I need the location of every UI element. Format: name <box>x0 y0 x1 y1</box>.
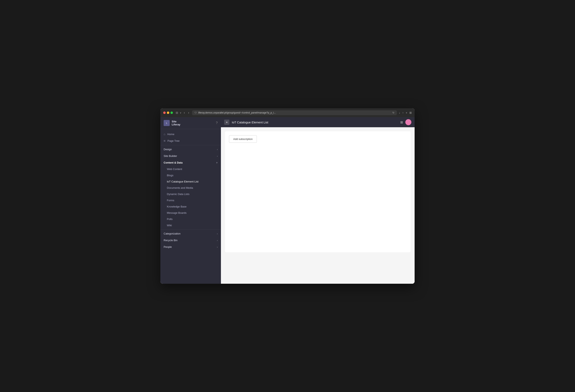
sidebar-item-message-boards[interactable]: Message Boards <box>160 210 221 216</box>
sidebar-item-label: Categorization <box>164 232 181 235</box>
avatar[interactable] <box>405 119 411 125</box>
brand-name-line1: Site <box>172 120 180 123</box>
chevron-right-icon: › <box>217 232 218 235</box>
browser-actions: ↓ ↑ + ⊞ <box>399 111 412 114</box>
divider <box>160 145 221 145</box>
sidebar-item-content-data[interactable]: Content & Data ∨ <box>160 159 221 166</box>
page-icon: ≡ <box>224 119 229 125</box>
sidebar-item-dynamic-data-lists[interactable]: Dynamic Data Lists <box>160 191 221 197</box>
sidebar-item-label: Polls <box>167 218 172 221</box>
sidebar-item-label: Site Builder <box>164 155 177 158</box>
sidebar-item-label: Forms <box>167 199 174 202</box>
content-panel: Add subscription <box>225 131 410 252</box>
sidebar-item-forms[interactable]: Forms <box>160 197 221 204</box>
sidebar-item-label: People <box>164 245 172 248</box>
page-tree-icon: ⊞ <box>164 139 166 142</box>
chevron-right-icon: › <box>217 239 218 242</box>
sidebar-item-label: Dynamic Data Lists <box>167 193 190 196</box>
sidebar-item-label: Message Boards <box>167 211 187 214</box>
sidebar-item-design[interactable]: Design › <box>160 146 221 153</box>
sidebar-item-site-builder[interactable]: Site Builder › <box>160 153 221 159</box>
traffic-lights <box>163 112 173 114</box>
sidebar-nav: ⌂ Home ⊞ Page Tree Design › Site Builder <box>160 129 221 284</box>
grid-icon[interactable]: ⊞ <box>400 120 403 124</box>
page-title: IoT Catalogue Element List <box>232 121 268 124</box>
download-icon[interactable]: ↓ <box>399 111 400 114</box>
app-layout: L Site Liferay ? ⌂ Home ⊞ Page Tree <box>160 117 415 284</box>
chevron-down-icon: ∨ <box>216 161 218 164</box>
sidebar-item-label: Web Content <box>167 168 182 171</box>
sidebar: L Site Liferay ? ⌂ Home ⊞ Page Tree <box>160 117 221 284</box>
brand-name: Site Liferay <box>172 120 180 126</box>
grid-menu-icon[interactable]: ⊞ <box>409 111 412 114</box>
sidebar-item-label: Page Tree <box>168 139 180 142</box>
sidebar-item-people[interactable]: People › <box>160 244 221 250</box>
browser-controls: ⊟ ∨ ‹ › <box>176 111 190 115</box>
sidebar-item-label: Wiki <box>167 224 172 227</box>
browser-chrome: ⊟ ∨ ‹ › 🛡 liferay.demos.unparallel.pt/gr… <box>160 108 415 117</box>
sidebar-item-label: IoT Catalogue Element List <box>167 180 198 183</box>
page-icon-symbol: ≡ <box>226 121 228 124</box>
add-subscription-button[interactable]: Add subscription <box>229 135 257 143</box>
sidebar-item-knowledge-base[interactable]: Knowledge Base <box>160 204 221 210</box>
sidebar-brand: L Site Liferay ? <box>160 117 221 129</box>
forward-button[interactable]: › <box>187 111 190 115</box>
share-icon[interactable]: ↑ <box>402 111 404 114</box>
sidebar-item-wiki[interactable]: Wiki <box>160 222 221 229</box>
chevron-down-icon[interactable]: ∨ <box>180 112 181 114</box>
top-header: ≡ IoT Catalogue Element List ⊞ <box>221 117 415 127</box>
sidebar-item-recycle-bin[interactable]: Recycle Bin › <box>160 237 221 244</box>
traffic-light-red[interactable] <box>163 112 166 114</box>
back-button[interactable]: ‹ <box>183 111 186 115</box>
sidebar-item-documents-media[interactable]: Documents and Media <box>160 185 221 191</box>
chevron-right-icon: › <box>217 155 218 157</box>
sidebar-item-label: Knowledge Base <box>167 205 187 208</box>
traffic-light-green[interactable] <box>170 112 173 114</box>
content-area: Add subscription <box>221 127 415 284</box>
sidebar-item-categorization[interactable]: Categorization › <box>160 230 221 237</box>
header-actions: ⊞ <box>400 119 411 125</box>
sidebar-item-label: Blogs <box>167 174 173 177</box>
logo-text: L <box>166 122 167 124</box>
brand-logo: L <box>164 120 170 126</box>
sidebar-item-page-tree[interactable]: ⊞ Page Tree <box>160 138 221 144</box>
sidebar-item-web-content[interactable]: Web Content <box>160 166 221 172</box>
brand-name-line2: Liferay <box>172 123 180 126</box>
sidebar-item-polls[interactable]: Polls <box>160 216 221 222</box>
sidebar-item-iot-catalogue[interactable]: IoT Catalogue Element List <box>160 179 221 185</box>
help-icon[interactable]: ? <box>216 121 218 125</box>
new-tab-icon[interactable]: + <box>406 111 407 114</box>
main-content: ≡ IoT Catalogue Element List ⊞ Add subsc… <box>221 117 415 284</box>
sidebar-item-label: Recycle Bin <box>164 239 178 242</box>
sidebar-item-home[interactable]: ⌂ Home <box>160 131 221 138</box>
sidebar-item-label: Home <box>167 133 174 136</box>
sidebar-item-blogs[interactable]: Blogs <box>160 172 221 179</box>
security-icon: 🛡 <box>194 112 197 114</box>
divider <box>160 229 221 230</box>
url-text: liferay.demos.unparallel.pt/group/guest/… <box>198 111 276 114</box>
address-bar[interactable]: 🛡 liferay.demos.unparallel.pt/group/gues… <box>192 110 397 115</box>
traffic-light-yellow[interactable] <box>167 112 169 114</box>
chevron-right-icon: › <box>217 246 218 248</box>
browser-window: ⊟ ∨ ‹ › 🛡 liferay.demos.unparallel.pt/gr… <box>160 108 415 284</box>
home-icon: ⌂ <box>164 133 165 136</box>
sidebar-item-label: Design <box>164 148 172 151</box>
sidebar-item-label: Content & Data <box>164 161 183 164</box>
sidebar-toggle-icon[interactable]: ⊟ <box>176 111 178 114</box>
chevron-right-icon: › <box>217 148 218 151</box>
refresh-icon[interactable]: ↻ <box>392 111 394 114</box>
sidebar-item-label: Documents and Media <box>167 186 193 189</box>
